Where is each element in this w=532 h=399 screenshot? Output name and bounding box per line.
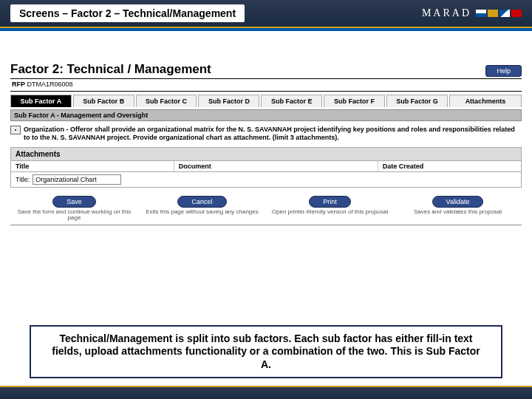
tab-attachments[interactable]: Attachments xyxy=(449,95,522,107)
tab-sub-factor-a[interactable]: Sub Factor A xyxy=(10,95,72,107)
cancel-desc: Exits this page without saving any chang… xyxy=(143,209,262,216)
col-title: Title xyxy=(11,161,174,171)
subfactor-heading: Sub Factor A - Management and Oversight xyxy=(10,109,522,121)
help-button[interactable]: Help xyxy=(485,65,522,77)
attachment-title-label: Title: xyxy=(16,176,30,183)
slide-caption: Technical/Management is split into sub f… xyxy=(30,325,502,379)
organization-question-row: ▪ Organization - Offeror shall provide a… xyxy=(10,126,522,143)
app-screenshot-region: Factor 2: Technical / Management Help RF… xyxy=(0,58,532,225)
attachment-title-row: Title: xyxy=(10,172,522,188)
attachments-columns: Title Document Date Created xyxy=(10,161,522,172)
attachments-header: Attachments xyxy=(10,147,522,161)
rfp-value: DTMA1R06008 xyxy=(27,81,73,88)
print-button[interactable]: Print xyxy=(309,196,351,208)
validate-button[interactable]: Validate xyxy=(432,196,484,208)
print-desc: Open printer-friendly version of this pr… xyxy=(270,209,389,216)
expand-icon[interactable]: ▪ xyxy=(10,126,21,134)
tab-sub-factor-d[interactable]: Sub Factor D xyxy=(198,95,259,107)
action-bar: Save Save the form and continue working … xyxy=(10,192,522,225)
brand-flags-icon xyxy=(476,10,522,17)
page-title: Factor 2: Technical / Management xyxy=(10,62,211,77)
slide-title: Screens – Factor 2 – Technical/Managemen… xyxy=(10,4,245,22)
divider xyxy=(10,225,522,225)
tab-sub-factor-c[interactable]: Sub Factor C xyxy=(136,95,197,107)
brand-block: MARAD xyxy=(422,7,522,19)
tab-sub-factor-f[interactable]: Sub Factor F xyxy=(324,95,385,107)
slide-top-bar: Screens – Factor 2 – Technical/Managemen… xyxy=(0,0,532,28)
cancel-button[interactable]: Cancel xyxy=(177,196,226,208)
rfp-label: RFP xyxy=(12,81,25,88)
rfp-line: RFP DTMA1R06008 xyxy=(10,79,522,92)
slide-footer-bar xyxy=(0,386,532,399)
save-desc: Save the form and continue working on th… xyxy=(15,209,134,222)
brand-text: MARAD xyxy=(422,7,471,19)
tab-sub-factor-b[interactable]: Sub Factor B xyxy=(73,95,134,107)
col-date-created: Date Created xyxy=(378,161,521,171)
validate-desc: Saves and validates this proposal xyxy=(398,209,517,216)
save-button[interactable]: Save xyxy=(52,196,96,208)
tab-sub-factor-g[interactable]: Sub Factor G xyxy=(386,95,448,107)
col-document: Document xyxy=(174,161,378,171)
attachment-title-input[interactable] xyxy=(33,174,121,185)
organization-question-text: Organization - Offeror shall provide an … xyxy=(24,126,522,143)
tab-sub-factor-e[interactable]: Sub Factor E xyxy=(261,95,322,107)
subfactor-tabs: Sub Factor A Sub Factor B Sub Factor C S… xyxy=(10,95,522,107)
